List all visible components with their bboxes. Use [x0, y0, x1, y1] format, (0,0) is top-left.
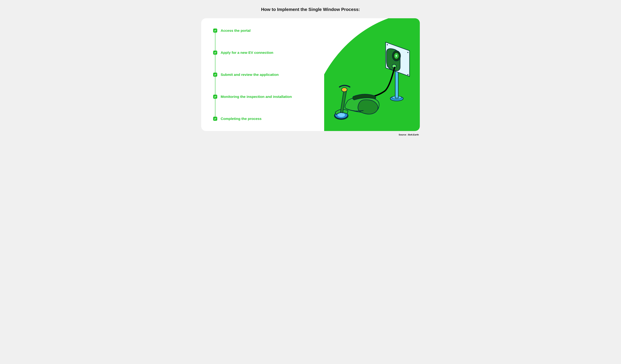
source-attribution: Source : Bolt.Earth — [201, 133, 420, 136]
charger-unit-icon — [386, 49, 400, 71]
ev-scooter-charger-illustration — [329, 39, 415, 124]
step-item: Completing the process — [213, 117, 292, 121]
charging-cable-icon — [364, 68, 395, 97]
page-title: How to Implement the Single Window Proce… — [261, 7, 360, 12]
svg-point-4 — [387, 44, 388, 45]
process-card: Access the portal Apply for a new EV con… — [201, 18, 420, 131]
step-label: Monitoring the inspection and installati… — [221, 95, 292, 99]
step-item: Access the portal — [213, 29, 292, 33]
check-icon — [213, 29, 217, 33]
svg-point-16 — [338, 113, 345, 117]
check-icon — [213, 95, 217, 99]
step-label: Completing the process — [221, 117, 261, 121]
step-item: Apply for a new EV connection — [213, 51, 292, 55]
check-icon — [213, 51, 217, 55]
svg-point-5 — [407, 52, 408, 53]
steps-list: Access the portal Apply for a new EV con… — [201, 18, 292, 131]
step-item: Submit and review the application — [213, 73, 292, 77]
scooter-icon — [334, 86, 379, 120]
step-label: Apply for a new EV connection — [221, 51, 273, 55]
step-label: Submit and review the application — [221, 73, 279, 77]
check-icon — [213, 73, 217, 77]
svg-point-7 — [407, 74, 408, 75]
step-label: Access the portal — [221, 29, 251, 33]
svg-point-17 — [342, 88, 347, 92]
step-item: Monitoring the inspection and installati… — [213, 95, 292, 99]
check-icon — [213, 117, 217, 121]
illustration-area — [324, 18, 420, 131]
